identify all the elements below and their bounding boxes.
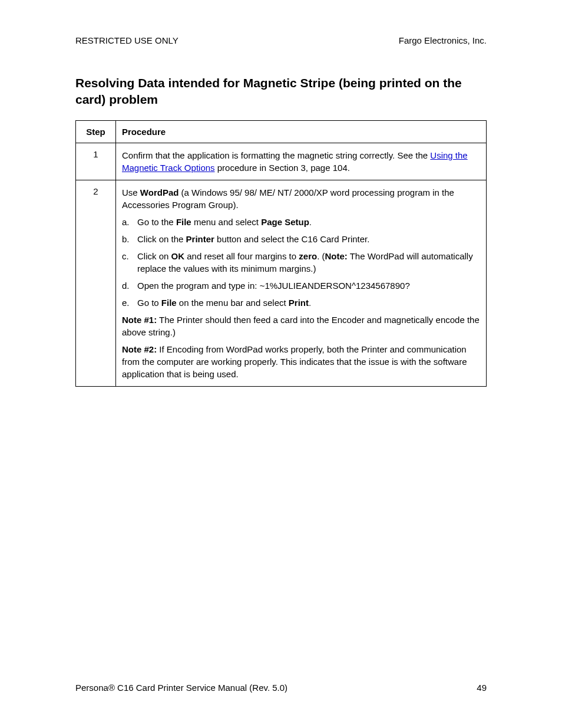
procedure-table: Step Procedure 1 Confirm that the applic… [75, 120, 487, 387]
note-label: Note #1: [122, 315, 157, 325]
page-number: 49 [477, 683, 487, 693]
page-footer: Persona® C16 Card Printer Service Manual… [75, 683, 487, 693]
col-procedure: Procedure [116, 120, 487, 143]
text: . ( [317, 251, 325, 261]
text: Click on [137, 251, 171, 261]
procedure-cell: Confirm that the application is formatti… [116, 143, 487, 180]
text: Click on the [137, 234, 186, 244]
text: Go to the [137, 217, 176, 227]
text-bold: WordPad [140, 187, 179, 197]
list-item: e. Go to File on the menu bar and select… [122, 297, 480, 309]
text: button and select the C16 Card Printer. [214, 234, 370, 244]
footer-left: Persona® C16 Card Printer Service Manual… [75, 683, 287, 693]
text: Use [122, 187, 140, 197]
list-item: d. Open the program and type in: ~1%JULI… [122, 279, 480, 292]
text: . [309, 298, 311, 308]
page-header: RESTRICTED USE ONLY Fargo Electronics, I… [75, 35, 487, 45]
item-marker: b. [122, 233, 137, 245]
header-right: Fargo Electronics, Inc. [399, 35, 487, 45]
note-2: Note #2: If Encoding from WordPad works … [122, 343, 480, 380]
step-number: 2 [76, 180, 116, 386]
table-row: 2 Use WordPad (a Windows 95/ 98/ ME/ NT/… [76, 180, 487, 386]
note-1: Note #1: The Printer should then feed a … [122, 314, 480, 338]
item-marker: a. [122, 216, 137, 228]
col-step: Step [76, 120, 116, 143]
substep-list: a. Go to the File menu and select Page S… [122, 216, 480, 309]
text: . [309, 217, 312, 227]
text: Open the program and type in: ~1%JULIEAN… [137, 279, 410, 292]
text: procedure in Section 3, page 104. [215, 163, 350, 173]
header-left: RESTRICTED USE ONLY [75, 35, 178, 45]
text-bold: Note: [325, 251, 347, 261]
registered-symbol: ® [108, 683, 115, 693]
item-marker: e. [122, 297, 137, 309]
table-row: 1 Confirm that the application is format… [76, 143, 487, 180]
text-bold: Print [289, 298, 309, 308]
text-bold: zero [299, 251, 317, 261]
text: menu and select [191, 217, 261, 227]
section-title: Resolving Data intended for Magnetic Str… [75, 75, 487, 108]
text-bold: File [161, 298, 177, 308]
procedure-cell: Use WordPad (a Windows 95/ 98/ ME/ NT/ 2… [116, 180, 487, 386]
list-item: b. Click on the Printer button and selec… [122, 233, 480, 245]
text: and reset all four margins to [184, 251, 299, 261]
item-marker: c. [122, 250, 137, 275]
text: The Printer should then feed a card into… [122, 315, 480, 337]
list-item: c. Click on OK and reset all four margin… [122, 250, 480, 275]
text-bold: OK [171, 251, 185, 261]
table-header-row: Step Procedure [76, 120, 487, 143]
text-bold: File [176, 217, 191, 227]
text: If Encoding from WordPad works properly,… [122, 344, 467, 379]
text-bold: Page Setup [261, 217, 309, 227]
text: C16 Card Printer Service Manual (Rev. 5.… [115, 683, 287, 693]
text-bold: Printer [186, 234, 214, 244]
list-item: a. Go to the File menu and select Page S… [122, 216, 480, 228]
item-marker: d. [122, 279, 137, 292]
text: Persona [75, 683, 108, 693]
text: Go to [137, 298, 161, 308]
text: Confirm that the application is formatti… [122, 150, 430, 160]
note-label: Note #2: [122, 344, 157, 354]
step-number: 1 [76, 143, 116, 180]
text: on the menu bar and select [177, 298, 289, 308]
